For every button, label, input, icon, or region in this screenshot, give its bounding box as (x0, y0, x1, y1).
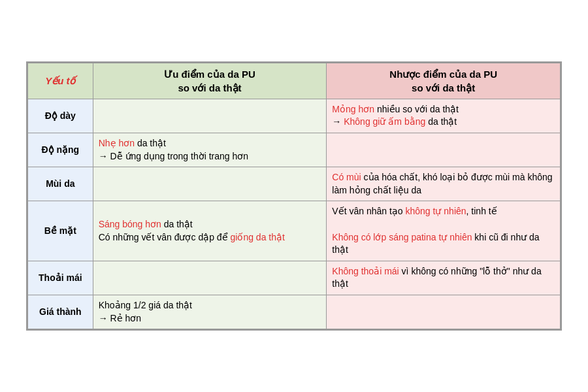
factor-cell: Thoải mái (28, 261, 93, 295)
con-cell: Vết vân nhân tạo không tự nhiên, tinh tế… (327, 201, 561, 261)
table-row: Độ dàyMỏng hơn nhiều so với da thật→ Khô… (28, 99, 561, 133)
table-row: Mùi daCó mùi của hóa chất, khó loại bỏ đ… (28, 167, 561, 201)
factor-cell: Giá thành (28, 295, 93, 329)
header-row: Yếu tố Ưu điểm của da PU so với da thật … (28, 63, 561, 99)
comparison-table-wrapper: Yếu tố Ưu điểm của da PU so với da thật … (26, 61, 562, 331)
table-row: Bề mặtSáng bóng hơn da thậtCó những vết … (28, 201, 561, 261)
table-row: Độ nặngNhẹ hơn da thật→ Dễ ứng dụng tron… (28, 133, 561, 167)
factor-cell: Độ dày (28, 99, 93, 133)
pro-cell: Khoảng 1/2 giá da thật→ Rẻ hơn (93, 295, 327, 329)
table-row: Giá thànhKhoảng 1/2 giá da thật→ Rẻ hơn (28, 295, 561, 329)
header-factor: Yếu tố (28, 63, 93, 99)
header-pro: Ưu điểm của da PU so với da thật (93, 63, 327, 99)
pro-cell: Sáng bóng hơn da thậtCó những vết vân đư… (93, 201, 327, 261)
factor-cell: Bề mặt (28, 201, 93, 261)
pro-cell (93, 261, 327, 295)
factor-cell: Độ nặng (28, 133, 93, 167)
pro-cell: Nhẹ hơn da thật→ Dễ ứng dụng trong thời … (93, 133, 327, 167)
pro-cell (93, 99, 327, 133)
table-row: Thoải máiKhông thoải mái vì không có nhữ… (28, 261, 561, 295)
pro-cell (93, 167, 327, 201)
factor-cell: Mùi da (28, 167, 93, 201)
con-cell (327, 133, 561, 167)
header-con: Nhược điểm của da PU so với da thật (327, 63, 561, 99)
table-body: Độ dàyMỏng hơn nhiều so với da thật→ Khô… (28, 99, 561, 329)
con-cell (327, 295, 561, 329)
con-cell: Mỏng hơn nhiều so với da thật→ Không giữ… (327, 99, 561, 133)
con-cell: Có mùi của hóa chất, khó loại bỏ được mù… (327, 167, 561, 201)
con-cell: Không thoải mái vì không có những "lỗ th… (327, 261, 561, 295)
comparison-table: Yếu tố Ưu điểm của da PU so với da thật … (27, 63, 561, 329)
